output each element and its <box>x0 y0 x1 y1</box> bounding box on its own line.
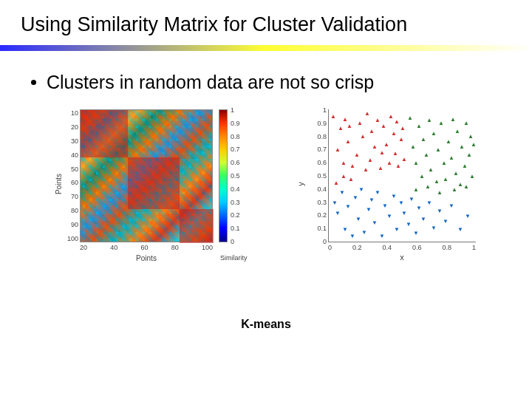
scatter-point: ▲ <box>349 164 353 168</box>
scatter-point: ▼ <box>406 222 409 226</box>
scatter-point: ▼ <box>332 201 335 205</box>
scatter-point: ▲ <box>330 115 334 118</box>
figure-caption: K-means <box>0 318 532 331</box>
scatter-point: ▲ <box>357 121 361 125</box>
tick: 0.6 <box>412 244 422 251</box>
tick: 0.4 <box>382 244 392 251</box>
scatter-point: ▲ <box>454 129 458 133</box>
scatter-point: ▲ <box>457 183 461 186</box>
tick: 0.1 <box>231 225 248 232</box>
figure-row: Points 10 20 30 40 50 60 70 80 90 100 20… <box>0 93 532 262</box>
scatter-point: ▼ <box>361 231 365 234</box>
scatter-point: ▲ <box>335 148 338 151</box>
scatter-point: ▲ <box>388 115 392 118</box>
scatter-point: ▲ <box>459 145 463 149</box>
scatter-point: ▲ <box>354 153 358 157</box>
scatter-point: ▲ <box>410 145 414 149</box>
scatter-point: ▼ <box>345 205 349 208</box>
bullet-text: Clusters in random data are not so crisp <box>47 72 374 93</box>
scatter-point: ▼ <box>413 231 417 235</box>
tick: 0.4 <box>231 185 248 193</box>
tick: 0.4 <box>310 185 327 193</box>
scatter-point: ▲ <box>426 118 430 122</box>
tick: 100 <box>65 235 78 242</box>
scatter-point: ▲ <box>338 126 341 130</box>
scatter-point: ▲ <box>449 156 452 160</box>
scatter-point: ▲ <box>369 129 372 133</box>
scatter-point: ▲ <box>428 168 432 171</box>
tick: 40 <box>110 244 117 251</box>
scatter-point: ▲ <box>420 137 424 141</box>
scatter-point: ▼ <box>335 211 338 215</box>
tick: 0.5 <box>310 172 327 180</box>
slide-title: Using Similarity Matrix for Cluster Vali… <box>0 0 532 36</box>
scatter-point: ▲ <box>363 168 366 171</box>
scatter-point: ▲ <box>348 177 352 181</box>
scatter-x-ticks: 0 0.2 0.4 0.6 0.8 1 <box>328 244 476 251</box>
scatter-point: ▼ <box>369 198 372 202</box>
scatter-point: ▲ <box>401 157 405 161</box>
bullet-item: Clusters in random data are not so crisp <box>0 51 532 93</box>
tick: 60 <box>140 244 148 251</box>
scatter-point: ▲ <box>398 137 402 141</box>
tick: 0.8 <box>310 133 327 140</box>
scatter-point: ▼ <box>465 214 468 218</box>
scatter-point: ▲ <box>463 185 467 188</box>
scatter-point: ▼ <box>443 219 446 223</box>
tick: 40 <box>65 151 78 159</box>
scatter-point: ▲ <box>394 120 398 123</box>
scatter-point: ▲ <box>468 134 471 138</box>
scatter-point: ▲ <box>466 153 470 157</box>
scatter-point: ▲ <box>341 161 344 165</box>
tick: 60 <box>65 179 78 186</box>
tick: 10 <box>65 109 78 117</box>
scatter-point: ▲ <box>392 151 396 155</box>
scatter-point: ▼ <box>449 204 452 208</box>
scatter-point: ▼ <box>352 196 356 200</box>
bullet-dot-icon <box>31 80 36 85</box>
scatter-figure: y 0 0.1 0.2 0.3 0.4 0.5 0.6 0.7 0.8 0.9 … <box>303 106 495 262</box>
scatter-point: ▼ <box>409 197 412 201</box>
tick: 1 <box>231 106 248 114</box>
title-underline <box>0 45 532 51</box>
scatter-point: ▼ <box>401 211 405 215</box>
scatter-point: ▼ <box>372 221 375 225</box>
tick: 0.6 <box>310 159 327 166</box>
scatter-point: ▼ <box>349 234 353 238</box>
scatter-point: ▲ <box>372 145 375 149</box>
tick: 0.3 <box>310 199 327 206</box>
scatter-point: ▲ <box>419 174 423 178</box>
scatter-point: ▲ <box>375 118 378 122</box>
scatter-point: ▲ <box>453 171 457 175</box>
scatter-point: ▼ <box>375 191 378 194</box>
scatter-point: ▼ <box>437 209 440 213</box>
scatter-ylabel: y <box>296 182 305 186</box>
colorbar-label: Similarity <box>220 254 248 262</box>
heatmap-y-ticks: 10 20 30 40 50 60 70 80 90 100 <box>65 109 78 242</box>
scatter-point: ▲ <box>383 143 387 146</box>
scatter-point: ▼ <box>398 201 402 205</box>
scatter-point: ▼ <box>386 214 390 218</box>
scatter-point: ▼ <box>394 228 398 231</box>
scatter-point: ▲ <box>386 161 390 165</box>
scatter-point: ▼ <box>426 201 430 205</box>
tick: 0.9 <box>231 120 248 127</box>
tick: 0.8 <box>442 244 451 251</box>
scatter-point: ▼ <box>420 217 424 221</box>
colorbar-ticks: 1 0.9 0.8 0.7 0.6 0.5 0.4 0.3 0.2 0.1 0 <box>231 106 248 245</box>
tick: 80 <box>65 207 78 214</box>
heatmap-ylabel: Points <box>55 174 63 194</box>
tick: 0.8 <box>231 133 248 140</box>
scatter-point: ▲ <box>347 124 350 128</box>
scatter-point: ▲ <box>342 117 346 121</box>
tick: 0.1 <box>310 225 327 232</box>
scatter-point: ▲ <box>364 112 368 115</box>
similarity-heatmap <box>80 109 213 242</box>
scatter-point: ▲ <box>407 116 411 120</box>
scatter-point: ▲ <box>437 191 440 194</box>
scatter-point: ▼ <box>431 226 434 230</box>
scatter-point: ▲ <box>379 151 383 154</box>
tick: 0 <box>231 238 248 245</box>
scatter-point: ▼ <box>339 191 343 194</box>
scatter-point: ▲ <box>469 174 473 178</box>
